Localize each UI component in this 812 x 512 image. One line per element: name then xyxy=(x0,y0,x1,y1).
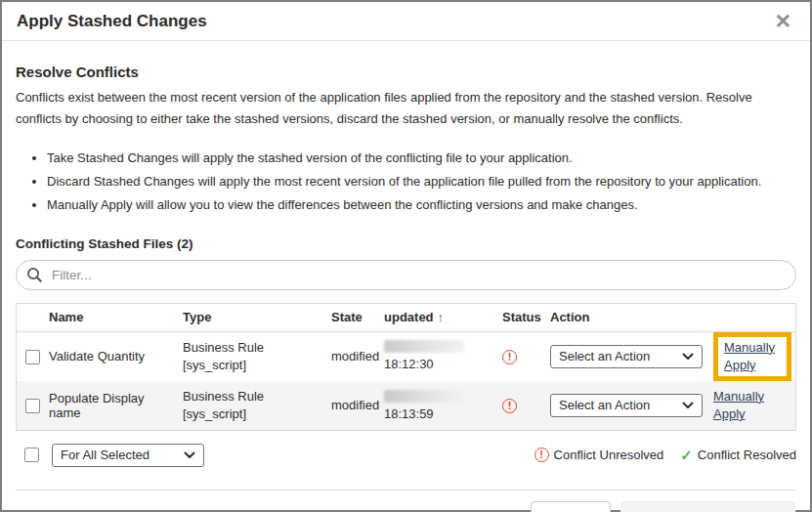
row1-name: Validate Quantity xyxy=(49,349,183,363)
search-icon xyxy=(26,267,43,287)
sort-ascending-icon: ↑ xyxy=(438,310,445,324)
filter-wrap xyxy=(16,260,796,290)
close-icon[interactable]: ✕ xyxy=(770,9,795,33)
filter-input[interactable] xyxy=(16,260,796,290)
dialog-content: Resolve Conflicts Conflicts exist betwee… xyxy=(2,41,810,491)
row1-type: Business Rule [sys_script] xyxy=(183,339,331,373)
legend-unresolved-label: Conflict Unresolved xyxy=(554,448,664,462)
cancel-button[interactable]: Cancel xyxy=(531,501,611,512)
row2-updated-time: 18:13:59 xyxy=(384,406,496,422)
resolve-conflicts-heading: Resolve Conflicts xyxy=(16,64,796,80)
for-all-selected-select[interactable]: For All Selected xyxy=(52,444,204,467)
row2-action-select-value: Select an Action xyxy=(559,398,650,412)
conflict-unresolved-icon: ! xyxy=(534,448,549,462)
row2-type-line2: [sys_script] xyxy=(183,405,325,423)
resolve-conflicts-description: Conflicts exist between the most recent … xyxy=(16,87,796,130)
row2-state: modified xyxy=(331,398,384,412)
row2-updated: 18:13:59 xyxy=(384,390,502,422)
row1-manually-apply-link[interactable]: Manually Apply xyxy=(724,339,783,374)
row2-action: Select an Action xyxy=(550,394,713,417)
col-header-name: Name xyxy=(49,310,183,324)
apply-stashed-changes-button[interactable]: Apply Stashed Changes xyxy=(620,501,795,512)
row1-redacted-date xyxy=(384,340,464,353)
conflict-unresolved-icon: ! xyxy=(502,350,517,364)
dialog-titlebar: Apply Stashed Changes ✕ xyxy=(2,2,810,41)
row2-action-select[interactable]: Select an Action xyxy=(550,394,703,417)
col-header-type: Type xyxy=(183,310,331,324)
row2-redacted-date xyxy=(384,390,464,403)
conflict-unresolved-icon: ! xyxy=(502,399,517,413)
col-header-status: Status xyxy=(502,310,550,324)
row2-checkbox[interactable] xyxy=(25,399,40,413)
row1-type-line2: [sys_script] xyxy=(183,357,325,374)
row1-type-line1: Business Rule xyxy=(183,339,325,357)
row1-status: ! xyxy=(502,349,550,364)
col-header-updated-label: updated xyxy=(384,310,434,324)
col-header-action: Action xyxy=(550,310,713,324)
row2-name: Populate Display name xyxy=(49,391,183,420)
conflicting-files-table: Name Type State updated↑ Status Action V… xyxy=(16,303,796,431)
legend-resolved: ✓ Conflict Resolved xyxy=(680,447,796,464)
dialog-title: Apply Stashed Changes xyxy=(17,12,207,31)
chevron-down-icon xyxy=(682,402,694,409)
bullet-discard-stashed: Discard Stashed Changes will apply the m… xyxy=(47,172,796,192)
row1-updated-time: 18:12:30 xyxy=(384,357,496,372)
col-header-state: State xyxy=(331,310,384,324)
table-header-row: Name Type State updated↑ Status Action xyxy=(17,304,795,332)
row2-type-line1: Business Rule xyxy=(183,388,325,405)
row1-action-select[interactable]: Select an Action xyxy=(550,345,703,368)
row2-type: Business Rule [sys_script] xyxy=(183,388,331,422)
row2-status: ! xyxy=(502,398,550,413)
conflict-resolved-icon: ✓ xyxy=(680,447,693,464)
highlight-box: Manually Apply xyxy=(713,332,791,381)
row1-updated: 18:12:30 xyxy=(384,340,502,372)
row1-action-select-value: Select an Action xyxy=(559,349,650,363)
chevron-down-icon xyxy=(682,353,694,361)
col-header-updated[interactable]: updated↑ xyxy=(384,310,502,324)
select-all-checkbox[interactable] xyxy=(24,448,39,462)
row1-checkbox[interactable] xyxy=(25,350,40,364)
resolve-options-list: Take Stashed Changes will apply the stas… xyxy=(16,149,796,215)
status-legend: ! Conflict Unresolved ✓ Conflict Resolve… xyxy=(534,447,796,464)
bullet-manually-apply: Manually Apply will allow you to view th… xyxy=(47,195,796,216)
bullet-take-stashed: Take Stashed Changes will apply the stas… xyxy=(47,149,796,169)
row2-link-cell: Manually Apply xyxy=(713,388,795,423)
chevron-down-icon xyxy=(184,451,195,459)
legend-unresolved: ! Conflict Unresolved xyxy=(534,448,664,462)
legend-resolved-label: Conflict Resolved xyxy=(698,448,796,462)
row2-manually-apply-link[interactable]: Manually Apply xyxy=(713,388,772,423)
apply-stashed-changes-dialog: Apply Stashed Changes ✕ Resolve Conflict… xyxy=(0,0,812,512)
row1-action: Select an Action xyxy=(550,345,713,368)
row1-state: modified xyxy=(331,349,384,363)
dialog-footer: Cancel Apply Stashed Changes xyxy=(2,491,810,512)
bulk-actions-row: For All Selected ! Conflict Unresolved ✓… xyxy=(16,444,796,467)
conflicting-files-heading: Conflicting Stashed Files (2) xyxy=(16,236,796,251)
table-row-populate-display-name: Populate Display name Business Rule [sys… xyxy=(17,381,795,430)
table-row-validate-quantity: Validate Quantity Business Rule [sys_scr… xyxy=(17,332,795,381)
for-all-selected-value: For All Selected xyxy=(61,448,150,462)
row1-link-cell: Manually Apply xyxy=(713,332,797,381)
